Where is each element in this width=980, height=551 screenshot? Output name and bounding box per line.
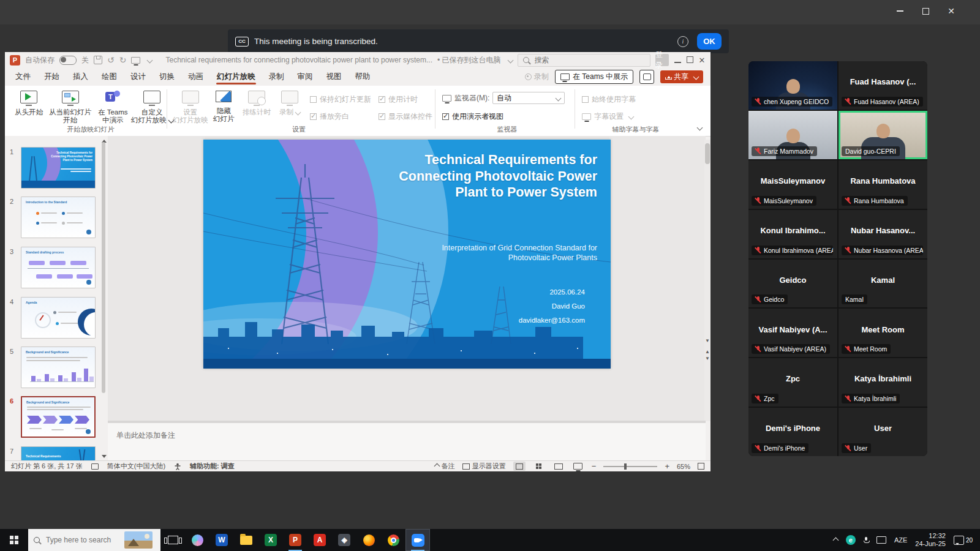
hidden-icons-chevron[interactable] [832, 537, 839, 543]
zoom-slider-thumb[interactable] [624, 463, 627, 470]
normal-view-button[interactable] [513, 462, 526, 471]
app-button[interactable]: ◈ [332, 529, 356, 551]
tab-view[interactable]: 视图 [320, 68, 349, 86]
collapse-ribbon-icon[interactable] [697, 125, 703, 131]
start-button[interactable] [0, 529, 28, 551]
participant-tile[interactable]: Meet RoomMeet Room [839, 309, 927, 357]
participant-tile[interactable]: Nubar Hasanov...Nubar Hasanova (AREA) [839, 210, 927, 258]
spellcheck-icon[interactable] [91, 463, 99, 470]
save-icon[interactable] [94, 56, 102, 64]
language-switcher[interactable]: AZE [894, 536, 907, 544]
ppt-maximize-button[interactable] [686, 56, 693, 65]
keep-slides-updated-checkbox[interactable]: 保持幻灯片更新 [310, 94, 371, 105]
show-media-controls-checkbox[interactable]: 显示媒体控件 [379, 111, 432, 122]
slide-thumbnail-4[interactable]: Agenda [21, 297, 96, 339]
slide-sorter-view-button[interactable] [533, 462, 545, 471]
qat-dropdown-icon[interactable] [147, 57, 153, 63]
slide-scrollbar-thumb[interactable] [705, 143, 710, 164]
from-beginning-button[interactable]: 从头开始 [15, 91, 43, 116]
setup-slideshow-button[interactable]: 设置幻灯片放映 [173, 91, 208, 124]
video-tile[interactable]: Fuad Hasanov (... Fuad Hasanov (AREA) [839, 61, 927, 110]
participant-tile[interactable]: Rana HumbatovaRana Humbatova [839, 160, 927, 209]
tray-app-icon[interactable]: e [846, 535, 856, 545]
slide-thumbnail-5[interactable]: Background and Significance [21, 347, 96, 388]
info-icon[interactable]: i [677, 36, 688, 47]
present-in-teams-ribbon-button[interactable]: T在 Teams中演示 [98, 91, 128, 124]
tray-display-icon[interactable] [876, 536, 886, 544]
slide-thumbnail-1[interactable]: Technical Requirements for Connecting Ph… [21, 147, 96, 189]
participant-tile[interactable]: UserUser [839, 408, 927, 456]
slide-thumbnail-3[interactable]: Standard drafting process [21, 247, 96, 288]
thumbnail-scrollbar[interactable] [102, 142, 105, 393]
tab-transitions[interactable]: 切换 [153, 68, 181, 86]
record-ribbon-button[interactable]: 录制 [279, 91, 300, 116]
rehearse-timings-button[interactable]: 排练计时 [243, 91, 271, 116]
tab-review[interactable]: 审阅 [291, 68, 320, 86]
use-timings-checkbox[interactable]: 使用计时 [379, 94, 418, 105]
slideshow-view-button[interactable] [572, 462, 584, 471]
previous-slide-button[interactable]: ▲ [704, 350, 711, 354]
search-input[interactable] [533, 55, 645, 65]
participant-tile[interactable]: Konul Ibrahimo...Konul Ibrahimova (AREA) [748, 210, 837, 258]
saved-dropdown-icon[interactable] [507, 57, 513, 63]
display-settings-button[interactable]: 显示器设置 [462, 462, 506, 471]
language-indicator[interactable]: 简体中文(中国大陆) [107, 462, 165, 471]
subtitle-settings-button[interactable]: 字幕设置 [582, 111, 633, 122]
sign-in-button[interactable]: 登录 [655, 54, 669, 66]
tab-home[interactable]: 开始 [37, 68, 66, 86]
current-slide-canvas[interactable]: Technical Requirements forConnecting Pho… [203, 140, 611, 369]
ppt-search-box[interactable] [518, 54, 650, 67]
tab-animations[interactable]: 动画 [181, 68, 210, 86]
word-button[interactable]: W [209, 529, 234, 551]
ppt-close-button[interactable]: ✕ [698, 56, 706, 65]
comments-button[interactable] [639, 70, 654, 84]
record-button[interactable]: 录制 [525, 72, 549, 82]
present-in-teams-button[interactable]: 在 Teams 中展示 [555, 70, 633, 84]
task-view-button[interactable] [160, 529, 185, 551]
zoom-in-button[interactable]: + [665, 462, 669, 471]
weather-widget-thumbnail[interactable] [124, 531, 153, 549]
ok-button[interactable]: OK [697, 33, 722, 50]
taskbar-search-input[interactable] [45, 535, 119, 545]
play-narrations-checkbox[interactable]: 播放旁白 [310, 111, 349, 122]
participant-tile[interactable]: Demi's iPhoneDemi's iPhone [748, 408, 837, 456]
video-tile[interactable]: chen Xupeng GEIDCO [748, 61, 837, 110]
notes-pane[interactable]: 单击此处添加备注 [108, 423, 706, 460]
taskbar-search[interactable] [28, 529, 160, 551]
zoom-slider[interactable] [603, 466, 657, 467]
tab-slideshow[interactable]: 幻灯片放映 [210, 68, 262, 86]
close-button[interactable]: ✕ [942, 5, 960, 17]
slide-scrollbar[interactable] [704, 140, 710, 421]
next-slide-button[interactable]: ▼ [704, 356, 711, 361]
autosave-toggle[interactable] [59, 56, 77, 65]
fit-to-window-icon[interactable] [698, 463, 704, 470]
zoom-out-button[interactable]: − [592, 462, 597, 471]
participant-tile[interactable]: ZpcZpc [748, 358, 837, 407]
scroll-down-icon[interactable] [102, 455, 107, 458]
ppt-minimize-button[interactable] [674, 56, 681, 65]
taskbar-clock[interactable]: 12:32 24-Jun-25 [915, 532, 946, 548]
use-presenter-view-checkbox[interactable]: 使用演示者视图 [442, 111, 503, 122]
tray-mic-icon[interactable] [864, 537, 869, 543]
slide-thumbnail-7[interactable]: Technical Requirements [21, 446, 96, 460]
powerpoint-button[interactable]: P [283, 529, 307, 551]
notes-button[interactable]: 备注 [435, 462, 455, 471]
tab-design[interactable]: 设计 [124, 68, 153, 86]
slide-thumbnail-6[interactable]: Background and Significance [21, 396, 96, 438]
tab-draw[interactable]: 绘图 [95, 68, 124, 86]
slideshow-qat-icon[interactable] [131, 57, 140, 64]
zoom-app-button[interactable] [405, 529, 430, 551]
notification-center-button[interactable]: 20 [954, 536, 973, 545]
reading-view-button[interactable] [552, 462, 565, 471]
tab-record[interactable]: 录制 [262, 68, 291, 86]
copilot-button[interactable] [185, 529, 209, 551]
file-explorer-button[interactable] [234, 529, 258, 551]
scroll-down-arrow[interactable]: ▼ [704, 339, 711, 343]
video-tile[interactable]: Fariz Mammadov [748, 111, 837, 159]
always-use-subtitles-checkbox[interactable]: 始终使用字幕 [582, 94, 636, 105]
participant-tile[interactable]: Vasif Nabiyev (A...Vasif Nabiyev (AREA) [748, 309, 837, 357]
minimize-button[interactable] [891, 5, 909, 17]
participant-tile[interactable]: MaisSuleymanovMaisSuleymanov [748, 160, 837, 209]
participant-tile[interactable]: KamalKamal [839, 260, 927, 308]
excel-button[interactable]: X [258, 529, 283, 551]
